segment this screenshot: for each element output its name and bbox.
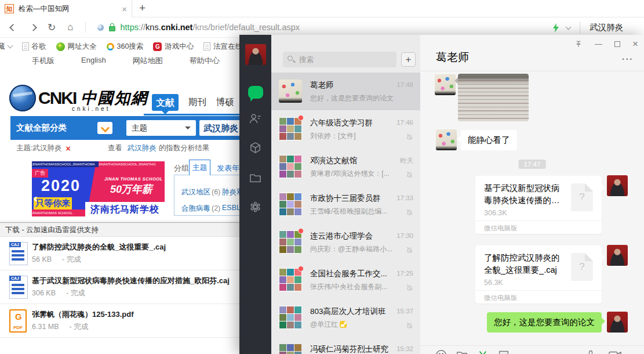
search-query-input[interactable]: 武汉肺炎 xyxy=(199,120,246,136)
download-file-name[interactable]: 张霁帆（雨花魂）125-133.pdf xyxy=(32,309,134,320)
new-tab-button[interactable]: + xyxy=(139,2,145,15)
user-avatar[interactable] xyxy=(245,44,266,65)
send-file-icon[interactable] xyxy=(456,349,468,354)
cnki-logo: CNKI 中國知網 cnki.net xyxy=(9,80,148,116)
back-icon[interactable] xyxy=(9,24,17,31)
ad-banner[interactable]: JINANTHOMASSCHOOL JINANTHOMA JINANTHONAS… xyxy=(32,161,165,216)
download-row[interactable]: 了解防控武汉肺炎的全貌_这很重要_.caj 56 KB- 完成 xyxy=(0,237,239,270)
cnki-resource-tabs: 文献 期刊 博硕 xyxy=(152,94,234,111)
add-chat-button[interactable]: + xyxy=(401,52,416,67)
url-separator: :// xyxy=(139,23,145,32)
chat-item-ge-laoshi[interactable]: 葛老师 17:48 您好，这是您要查询的论文 xyxy=(271,73,420,110)
bookmark-google[interactable]: 谷歌 xyxy=(22,42,46,52)
chat-name: 803高层次人才培训班 xyxy=(310,306,386,317)
chat-time: 15:37 xyxy=(396,308,413,315)
mute-icon xyxy=(406,208,413,216)
wechat-window: + 葛老师 17:48 您好，这是您要查询的论文 六年级语文学习群 17:46 … xyxy=(239,35,644,354)
download-file-name[interactable]: 了解防控武汉肺炎的全貌_这很重要_.caj xyxy=(32,242,166,252)
chat-item-group[interactable]: 全国社会服务工作交... 17:25 张庆伟/中央社会服务副... xyxy=(271,261,420,299)
download-size: 56 KB xyxy=(32,255,52,263)
chat-time: 17:33 xyxy=(396,194,413,201)
group-tab-subject[interactable]: 主题 xyxy=(189,160,210,175)
image-message[interactable] xyxy=(458,74,529,121)
incoming-message-bubble[interactable]: 能静心看了 xyxy=(461,130,517,150)
logo-domain: cnki.net xyxy=(72,106,110,112)
chat-search-input[interactable] xyxy=(283,52,396,67)
chat-item-group[interactable]: 市政协十三届委员群 17:33 王雪峰/苍梧晚报副总编... xyxy=(271,186,420,223)
more-button[interactable]: ··· xyxy=(622,55,634,64)
forward-icon[interactable] xyxy=(30,24,37,31)
minimize-button[interactable]: — xyxy=(595,39,602,48)
chat-item-group[interactable]: 邓演达文献馆 昨天 黄琳君/邓演达外甥女：[... xyxy=(271,148,420,186)
chat-item-group[interactable]: 六年级语文学习群 17:46 刘依婷：[文件] xyxy=(271,110,420,148)
tab-journal[interactable]: 期刊 xyxy=(188,96,206,109)
bookmark-faxuan[interactable]: 法宣在线 xyxy=(203,42,242,52)
link-english[interactable]: English xyxy=(81,56,106,66)
tab-close-icon[interactable]: × xyxy=(122,5,127,13)
link-sitemap[interactable]: 网站地图 xyxy=(133,56,163,66)
contact-avatar[interactable] xyxy=(435,74,456,95)
carousel-prev-icon[interactable]: ‹ xyxy=(34,192,38,205)
bookmark-site-collection[interactable]: 网址大全 xyxy=(56,42,97,52)
link-mobile[interactable]: 手机版 xyxy=(32,56,54,66)
chat-name: 葛老师 xyxy=(310,80,334,91)
maximize-button[interactable] xyxy=(614,41,620,47)
collections-icon[interactable] xyxy=(249,141,262,154)
download-row[interactable]: 张霁帆（雨花魂）125-133.pdf 6.31 MB- 完成 xyxy=(0,304,239,338)
group-link-text[interactable]: 武汉地区 xyxy=(181,188,210,196)
group-link[interactable]: 合胞病毒(2) xyxy=(181,204,220,214)
browser-tab[interactable]: 知 检索—中国知网 × xyxy=(0,0,132,17)
self-avatar[interactable] xyxy=(607,245,628,266)
download-row[interactable]: 基于武汉新型冠状病毒肺炎快速传播的应对措施_欧阳芬.caj 306 KB- 完成 xyxy=(0,270,239,304)
index-analysis-link[interactable]: 武汉肺炎 xyxy=(128,143,157,153)
self-avatar[interactable] xyxy=(607,175,628,196)
chat-history-icon[interactable] xyxy=(497,349,510,354)
toolbar-left-icons xyxy=(435,349,510,354)
bookmark-360-search[interactable]: 360搜索 xyxy=(107,42,144,52)
pin-icon[interactable] xyxy=(574,40,583,48)
link-help[interactable]: 帮助中心 xyxy=(190,56,220,66)
file-message-card[interactable]: 了解防控武汉肺炎的全貌_这很重要_.caj 56.3K ? 微信电脑版 xyxy=(475,245,602,304)
site-top-nav: 手机版 English 网站地图 帮助中心 xyxy=(32,56,220,66)
contacts-icon[interactable] xyxy=(249,112,262,125)
site-info-icon[interactable] xyxy=(97,24,104,31)
chat-item-group[interactable]: 连云港市心理学会 17:30 尚庆彩：@王静幸福路小... xyxy=(271,223,420,261)
close-button[interactable]: × xyxy=(632,40,638,48)
home-icon[interactable]: ⌂ xyxy=(67,21,73,33)
contact-avatar[interactable] xyxy=(436,129,457,150)
files-icon[interactable] xyxy=(249,171,262,185)
self-avatar[interactable] xyxy=(607,312,628,333)
chevron-down-icon[interactable] xyxy=(566,24,572,30)
file-message-card[interactable]: 基于武汉新型冠状病毒肺炎快速传播的… 306.3K ? 微信电脑版 xyxy=(475,176,602,234)
video-call-icon[interactable] xyxy=(608,349,622,354)
chats-icon[interactable] xyxy=(248,86,263,99)
category-label[interactable]: 文献全部分类 xyxy=(16,122,67,133)
chat-time: 17:48 xyxy=(396,81,413,88)
speed-mode-icon[interactable] xyxy=(552,23,559,32)
tab-thesis[interactable]: 博硕 xyxy=(216,96,234,109)
outgoing-message-bubble[interactable]: 您好，这是您要查询的论文 xyxy=(487,312,602,333)
group-link-text[interactable]: 合胞病毒 xyxy=(181,204,210,212)
tab-literature[interactable]: 文献 xyxy=(152,94,179,111)
view-label: 查看 xyxy=(108,143,122,153)
file-name: 了解防控武汉肺炎的全貌_这很重要_.caj xyxy=(484,252,565,276)
chat-item-group[interactable]: 803高层次人才培训班 15:37 @单江红 xyxy=(271,299,420,337)
download-file-name[interactable]: 基于武汉新型冠状病毒肺炎快速传播的应对措施_欧阳芬.caj xyxy=(32,276,230,286)
chat-item-group[interactable]: 冯硕仁冯菊芬烈士研究 15:32 xyxy=(271,337,420,354)
page-icon xyxy=(22,42,29,50)
category-expand-button[interactable] xyxy=(97,122,112,134)
download-status: - 完成 xyxy=(66,289,85,297)
field-select[interactable]: 主题 xyxy=(126,120,196,136)
browser-search-field[interactable]: 武汉肺炎 xyxy=(590,22,623,33)
bookmark-game-center[interactable]: G 游戏中心 xyxy=(153,42,194,52)
screenshot-scissors-icon[interactable] xyxy=(476,349,489,354)
address-bar[interactable]: https://kns.cnki.net/kns/brief/default_r… xyxy=(121,23,300,32)
bookmark-folder[interactable]: 藏 xyxy=(0,42,12,52)
emoji-icon[interactable] xyxy=(435,349,447,354)
cnki-favicon-icon: 知 xyxy=(5,4,14,13)
miniprograms-icon[interactable] xyxy=(249,200,262,214)
refresh-icon[interactable]: ↻ xyxy=(48,21,56,34)
remove-filter-icon[interactable]: × xyxy=(66,144,70,153)
group-link[interactable]: 武汉地区(6) xyxy=(181,187,220,197)
voice-call-icon[interactable] xyxy=(585,349,596,354)
